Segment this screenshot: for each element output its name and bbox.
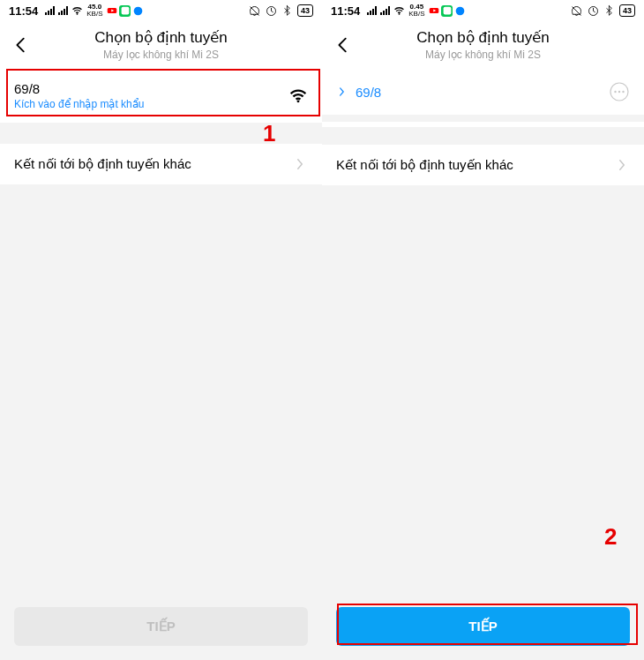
- signal-icon: [58, 6, 68, 15]
- line-icon: [119, 5, 131, 17]
- back-button[interactable]: [333, 34, 354, 56]
- screen-right: 11:54 0.45KB/S 43 Chọn bộ định tuyến Máy…: [322, 0, 644, 660]
- next-button-label: TIẾP: [468, 619, 497, 634]
- battery-indicator: 43: [619, 4, 635, 17]
- signal-icon: [380, 6, 390, 15]
- signal-icon: [367, 6, 377, 15]
- alarm-icon: [587, 4, 600, 18]
- status-bar: 11:54 0.45KB/S 43: [322, 0, 644, 21]
- network-speed: 45.0KB/S: [86, 4, 102, 18]
- wifi-hint: Kích vào để nhập mật khẩu: [14, 98, 288, 110]
- status-time: 11:54: [9, 4, 38, 18]
- line-icon: [441, 5, 453, 17]
- alarm-off-icon: [248, 4, 261, 18]
- messenger-icon: [454, 5, 466, 17]
- notification-icons: [428, 5, 466, 17]
- page-title: Chọn bộ định tuyến: [0, 28, 322, 47]
- alarm-off-icon: [570, 4, 583, 18]
- battery-indicator: 43: [297, 4, 313, 17]
- messenger-icon: [132, 5, 144, 17]
- bluetooth-icon: [281, 4, 294, 17]
- wifi-row[interactable]: 69/8 Kích vào để nhập mật khẩu: [0, 69, 322, 123]
- status-time: 11:54: [331, 4, 360, 18]
- next-button[interactable]: TIẾP: [336, 607, 630, 646]
- other-router-label: Kết nối tới bộ định tuyến khác: [336, 157, 614, 173]
- selected-caret-icon: [336, 83, 348, 101]
- wifi-row-selected[interactable]: 69/8: [322, 69, 644, 115]
- wifi-name: 69/8: [356, 85, 609, 100]
- header: Chọn bộ định tuyến Máy lọc không khí Mi …: [0, 21, 322, 69]
- wifi-small-icon: [393, 5, 405, 17]
- page-subtitle: Máy lọc không khí Mi 2S: [322, 49, 644, 61]
- notification-icons: [106, 5, 144, 17]
- back-button[interactable]: [11, 34, 32, 56]
- other-router-row[interactable]: Kết nối tới bộ định tuyến khác: [322, 145, 644, 185]
- alarm-icon: [265, 4, 278, 18]
- wifi-name: 69/8: [14, 81, 288, 96]
- next-button[interactable]: TIẾP: [14, 607, 308, 646]
- wifi-small-icon: [71, 5, 83, 17]
- page-title: Chọn bộ định tuyến: [322, 28, 644, 47]
- bluetooth-icon: [603, 4, 616, 17]
- status-bar: 11:54 45.0KB/S 43: [0, 0, 322, 21]
- other-router-label: Kết nối tới bộ định tuyến khác: [14, 156, 292, 172]
- chevron-right-icon: [292, 156, 308, 172]
- page-subtitle: Máy lọc không khí Mi 2S: [0, 49, 322, 61]
- other-router-row[interactable]: Kết nối tới bộ định tuyến khác: [0, 144, 322, 184]
- header: Chọn bộ định tuyến Máy lọc không khí Mi …: [322, 21, 644, 69]
- signal-icon: [45, 6, 55, 15]
- chevron-right-icon: [614, 157, 630, 173]
- youtube-icon: [106, 5, 117, 17]
- youtube-icon: [428, 5, 439, 17]
- next-button-label: TIẾP: [146, 619, 175, 634]
- screen-left: 11:54 45.0KB/S 43 Chọn bộ định tuyến Máy…: [0, 0, 322, 660]
- more-icon[interactable]: [609, 81, 630, 102]
- network-speed: 0.45KB/S: [408, 4, 424, 18]
- wifi-icon: [288, 86, 308, 106]
